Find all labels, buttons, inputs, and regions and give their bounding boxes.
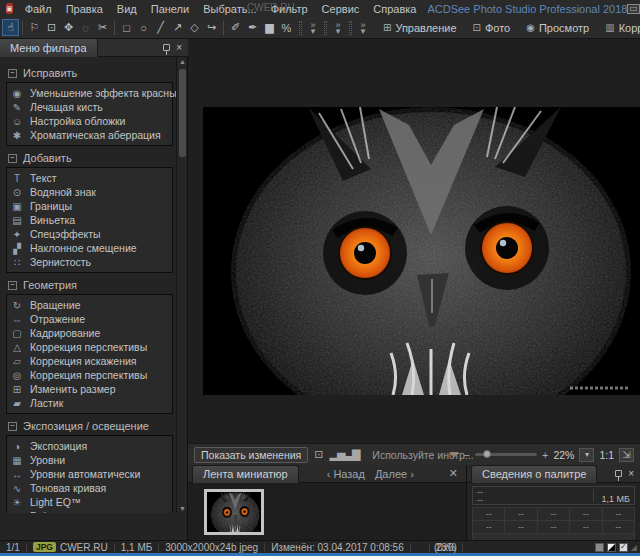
bg-color-swatch-icon[interactable]	[595, 543, 604, 552]
acdsee-app-icon[interactable]: ▣	[6, 3, 13, 14]
zoom-dropdown-button[interactable]: ▾	[579, 448, 594, 462]
filter-item[interactable]: ✦Спецэффекты	[11, 227, 168, 241]
filter-item-label: Текст	[30, 172, 56, 184]
toolbar-overflow-button[interactable]: »▾	[306, 22, 320, 34]
tool-brush-icon[interactable]: ✒	[244, 19, 261, 36]
dehaze-icon: ≈	[11, 511, 23, 514]
tool-ellipse-icon[interactable]: ○	[135, 19, 152, 36]
back-button[interactable]: ‹ Назад	[327, 468, 365, 480]
menu-item[interactable]: Панели	[144, 3, 196, 15]
menu-item[interactable]: Справка	[366, 3, 423, 15]
layout-button-1[interactable]	[627, 4, 640, 14]
collapse-icon[interactable]: −	[8, 69, 17, 78]
tool-transform-icon[interactable]: ⊡	[43, 19, 60, 36]
toolbar-overflow-button[interactable]: »▾	[356, 22, 370, 34]
mode-photo-button[interactable]: ⊡Фото	[466, 20, 518, 36]
filter-panel-tab[interactable]: Меню фильтра	[0, 39, 98, 57]
scrollbar-thumb[interactable]	[179, 69, 186, 157]
filter-item[interactable]: ✎Лечащая кисть	[11, 100, 168, 114]
show-changes-button[interactable]: Показать изменения	[194, 447, 308, 463]
filter-item[interactable]: ▤Виньетка	[11, 213, 168, 227]
filter-item[interactable]: ▣Границы	[11, 199, 168, 213]
pin-icon[interactable]	[163, 44, 170, 51]
menu-item[interactable]: Вид	[110, 3, 144, 15]
tool-curve-icon[interactable]: ↪	[203, 19, 220, 36]
filter-item[interactable]: ≈Dehaze	[11, 509, 168, 513]
filter-scrollbar[interactable]: ▲ ▼	[176, 57, 187, 513]
tool-move-icon[interactable]: ✥	[60, 19, 77, 36]
tool-lasso-icon[interactable]: ◌	[77, 19, 94, 36]
zoom-slider-knob[interactable]	[483, 450, 491, 458]
menu-item[interactable]: Файл	[18, 3, 59, 15]
thumbnail-selected[interactable]	[204, 489, 264, 535]
palette-pin-icon[interactable]	[615, 470, 622, 477]
tool-slice-icon[interactable]: ✂	[94, 19, 111, 36]
menu-item[interactable]: Правка	[59, 3, 110, 15]
forward-button[interactable]: Далее ›	[375, 468, 414, 480]
filmstrip-tab[interactable]: Лента миниатюр	[192, 465, 299, 483]
filter-item[interactable]: ▞Наклонное смещение	[11, 241, 168, 255]
histogram-icon[interactable]: ▂▅▃▇	[330, 448, 360, 461]
zoom-in-icon[interactable]: +	[542, 449, 548, 461]
filter-item[interactable]: ⇔Отражение	[11, 312, 168, 326]
filter-item[interactable]: ▢Кадрирование	[11, 326, 168, 340]
zoom-slider[interactable]	[475, 453, 537, 456]
filter-section-header[interactable]: −Исправить	[8, 67, 175, 79]
filter-item[interactable]: ∷Зернистость	[11, 255, 168, 269]
filter-item[interactable]: ◉Уменьшение эффекта красных глаз	[11, 86, 168, 100]
toolbar-overflow-button[interactable]: »▾	[331, 22, 345, 34]
filter-item[interactable]: ☺Настройка обложки	[11, 114, 168, 128]
palette-tab[interactable]: Сведения о палитре	[471, 465, 597, 483]
actual-size-label[interactable]: 1:1	[599, 449, 614, 461]
palette-close-icon[interactable]: ×	[628, 469, 634, 479]
toolbar-drag-handle[interactable]	[299, 21, 302, 35]
contrast-swatch-icon[interactable]	[607, 543, 616, 552]
scroll-down-icon[interactable]: ▼	[177, 505, 188, 512]
filter-item[interactable]: ⊞Изменить размер	[11, 382, 168, 396]
mode-view-button[interactable]: ◉Просмотр	[519, 20, 596, 36]
mode-manage-button[interactable]: ⊞Управление	[376, 20, 464, 36]
collapse-icon[interactable]: −	[8, 281, 17, 290]
toolbar-drag-handle[interactable]	[324, 21, 327, 35]
fullscreen-icon[interactable]: ⊡	[314, 448, 323, 461]
tool-strike-icon[interactable]: %	[278, 19, 295, 36]
filter-section-header[interactable]: −Геометрия	[8, 279, 175, 291]
filter-item[interactable]: ✱Хроматическая аберрация	[11, 128, 168, 142]
collapse-icon[interactable]: −	[8, 422, 17, 431]
filter-item[interactable]: ▱Коррекция искажения	[11, 354, 168, 368]
scroll-up-icon[interactable]: ▲	[177, 58, 188, 65]
filter-item[interactable]: ↔Уровни автоматически	[11, 467, 168, 481]
tool-arrow-icon[interactable]: ↗	[169, 19, 186, 36]
filter-item[interactable]: ◎Коррекция перспективы	[11, 368, 168, 382]
tool-line-icon[interactable]: ╱	[152, 19, 169, 36]
tool-rectangle-icon[interactable]: □	[118, 19, 135, 36]
filmstrip-close-icon[interactable]: ✕	[449, 468, 466, 479]
tool-gradient-icon[interactable]: ▆	[261, 19, 278, 36]
collapse-icon[interactable]: −	[8, 154, 17, 163]
zoom-level[interactable]: 22%	[553, 449, 574, 461]
filter-item[interactable]: △Коррекция перспективы	[11, 340, 168, 354]
filter-item[interactable]: ∿Тоновая кривая	[11, 481, 168, 495]
toolbar-drag-handle[interactable]	[349, 21, 352, 35]
tool-pen-icon[interactable]: ✐	[227, 19, 244, 36]
tool-polygon-icon[interactable]: ◇	[186, 19, 203, 36]
filter-item[interactable]: TТекст	[11, 171, 168, 185]
filter-item[interactable]: ↻Вращение	[11, 298, 168, 312]
filter-item[interactable]: ⊙Водяной знак	[11, 185, 168, 199]
palette-cell: --	[505, 521, 537, 534]
filter-section-header[interactable]: −Экспозиция / освещение	[8, 420, 175, 432]
panel-close-icon[interactable]: ×	[176, 43, 182, 53]
checker-toggle-icon[interactable]: ✓	[619, 543, 628, 552]
owl-photo[interactable]	[203, 107, 640, 395]
fit-image-icon[interactable]: ⇲	[619, 448, 634, 462]
mode-develop-button[interactable]: ▥Коррекция	[598, 20, 640, 36]
tool-flag-select-icon[interactable]: ⚐	[26, 19, 43, 36]
filter-section-header[interactable]: −Добавить	[8, 152, 175, 164]
resize-grip-icon[interactable]: ◢	[631, 543, 637, 552]
filter-item[interactable]: ☀Light EQ™	[11, 495, 168, 509]
menu-item[interactable]: Сервис	[315, 3, 367, 15]
filter-item[interactable]: ▦Уровни	[11, 453, 168, 467]
filter-item[interactable]: ▰Ластик	[11, 396, 168, 410]
filter-item[interactable]: ◑Экспозиция	[11, 439, 168, 453]
tool-pan-hand-icon[interactable]: ☝	[2, 19, 19, 36]
